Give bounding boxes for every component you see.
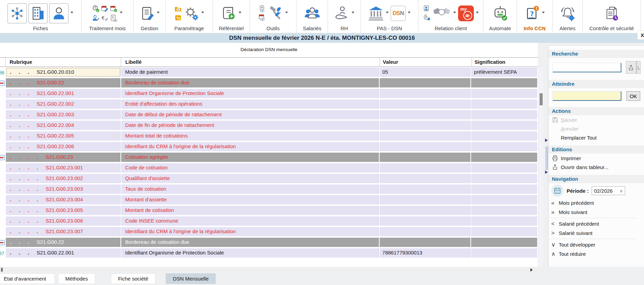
- save-button[interactable]: Sauver: [548, 115, 644, 124]
- valeur-cell[interactable]: [380, 206, 471, 215]
- signification-cell[interactable]: [471, 142, 537, 151]
- dropdown-arrow-icon[interactable]: [120, 12, 123, 15]
- libelle-cell[interactable]: Taux de cotisation: [121, 185, 379, 194]
- libelle-cell[interactable]: Montant total de cotisations: [121, 131, 379, 141]
- table-row[interactable]: ....S21.G00.23.005Montant de cotisation: [0, 205, 538, 216]
- rubrique-cell[interactable]: ...S21.G00.22.002: [6, 99, 121, 109]
- table-row[interactable]: 87...S21.G00.22.001Identifiant Organisme…: [0, 248, 538, 258]
- expand-all-button[interactable]: ∨ Tout développer: [548, 240, 644, 249]
- previous-employee-button[interactable]: < Salarié précédent: [548, 219, 644, 228]
- rubrique-cell[interactable]: ....S21.G00.23.003: [6, 185, 121, 194]
- open-in-spreadsheet-button[interactable]: Ouvrir dans tableur...: [548, 163, 644, 171]
- libelle-cell[interactable]: Montant de cotisation: [121, 206, 379, 215]
- valeur-cell[interactable]: 05: [380, 68, 471, 77]
- rubrique-cell[interactable]: ....S21.G00.23: [6, 153, 121, 162]
- libelle-cell[interactable]: Date de fin de période de rattachement: [121, 121, 379, 130]
- table-row[interactable]: ....S21.G00.23.002Qualifiant d'assiette: [0, 173, 538, 184]
- dropdown-arrow-icon[interactable]: [453, 12, 456, 15]
- signification-cell[interactable]: [471, 89, 537, 98]
- table-row[interactable]: ....S21.G00.23Cotisation agrégée: [0, 152, 538, 163]
- rubrique-cell[interactable]: ...S21.G00.22: [6, 78, 121, 87]
- libelle-cell[interactable]: Code de cotisation: [121, 163, 379, 173]
- rubrique-cell[interactable]: ...S21.G00.22.004: [6, 121, 121, 130]
- table-row[interactable]: ...S21.G00.22Bordereau de cotisation due: [0, 78, 538, 88]
- collapse-minus-button[interactable]: [0, 240, 5, 245]
- dropdown-arrow-icon[interactable]: [201, 12, 204, 15]
- goto-input[interactable]: [553, 91, 621, 101]
- dropdown-arrow-icon[interactable]: [239, 12, 241, 15]
- vertical-scrollbar-thumb[interactable]: [540, 93, 543, 105]
- rubrique-cell[interactable]: ....S21.G00.23.002: [6, 174, 121, 183]
- valeur-cell[interactable]: [380, 153, 471, 162]
- libelle-cell[interactable]: Montant d'assiette: [121, 195, 379, 204]
- rubrique-cell[interactable]: ...S21.G00.22.001: [6, 248, 121, 258]
- dropdown-arrow-icon[interactable]: [386, 12, 389, 15]
- rubrique-cell[interactable]: ....S21.G00.23.006: [6, 216, 121, 226]
- valeur-cell[interactable]: [380, 163, 471, 173]
- previous-month-button[interactable]: « Mois précédent: [548, 198, 644, 207]
- scroll-right-arrow-icon[interactable]: [530, 268, 534, 272]
- tab-etat-avancement[interactable]: Etat d'avancement: [0, 273, 55, 284]
- tab-fiche-societe[interactable]: Fiche société: [111, 273, 155, 284]
- process-refresh-icon[interactable]: P: [423, 14, 430, 21]
- contact-card-icon[interactable]: [423, 5, 430, 13]
- people-group-icon[interactable]: [304, 5, 320, 21]
- table-row[interactable]: ....S21.G00.23.003Taux de cotisation: [0, 184, 538, 194]
- valeur-cell[interactable]: [380, 99, 471, 109]
- rubrique-cell[interactable]: ....S21.G00.23.005: [6, 206, 121, 215]
- gears-icon[interactable]: [184, 5, 199, 21]
- libelle-cell[interactable]: Identifiant Organisme de Protection Soci…: [121, 89, 379, 98]
- column-header-libelle[interactable]: Libellé: [121, 58, 380, 67]
- valeur-cell[interactable]: [380, 195, 471, 204]
- dropdown-arrow-icon[interactable]: [71, 12, 73, 15]
- person-care-icon[interactable]: [334, 5, 350, 21]
- signification-cell[interactable]: [471, 78, 537, 87]
- reference-book-add-icon[interactable]: [221, 5, 237, 21]
- panel-splitter-grip[interactable]: [546, 147, 548, 169]
- valeur-cell[interactable]: [380, 238, 471, 247]
- column-header-signification[interactable]: Signification: [472, 58, 538, 67]
- signification-cell[interactable]: prélèvement SEPA: [471, 68, 537, 77]
- folder-view-icon[interactable]: [174, 5, 182, 13]
- handshake-icon[interactable]: [432, 7, 451, 20]
- company-button[interactable]: [28, 3, 48, 23]
- libelle-cell[interactable]: Entité d'affectation des opérations: [121, 99, 379, 109]
- employee-card-button[interactable]: [49, 3, 68, 23]
- libelle-cell[interactable]: Cotisation agrégée: [121, 153, 379, 162]
- bell-gear-icon[interactable]: [560, 5, 576, 21]
- table-row[interactable]: ...S21.G00.22.004Date de fin de période …: [0, 120, 538, 131]
- rubrique-cell[interactable]: ...S21.G00.22: [6, 238, 121, 247]
- valeur-cell[interactable]: [380, 78, 471, 87]
- table-row[interactable]: ...S21.G00.22.005Montant total de cotisa…: [0, 131, 538, 141]
- documents-clock-icon[interactable]: [604, 5, 620, 21]
- collapse-all-button[interactable]: ∧ Tout réduire: [548, 249, 644, 259]
- signification-cell[interactable]: [471, 206, 537, 215]
- rubrique-cell[interactable]: ....S21.G00.23.007: [6, 227, 121, 236]
- valeur-cell[interactable]: [380, 131, 471, 141]
- signification-cell[interactable]: [471, 131, 537, 141]
- folder-percent-icon[interactable]: %: [174, 14, 182, 21]
- signification-cell[interactable]: [471, 163, 537, 173]
- valeur-cell[interactable]: [380, 174, 471, 183]
- table-row[interactable]: ....S21.G00.23.006Code INSEE commune: [0, 216, 538, 226]
- search-input[interactable]: [553, 63, 621, 72]
- next-month-button[interactable]: » Mois suivant: [548, 207, 644, 217]
- next-employee-button[interactable]: > Salarié suivant: [548, 228, 644, 238]
- rubrique-cell[interactable]: ...S21.G00.22.001: [6, 89, 121, 98]
- rubrique-cell[interactable]: ...S21.G00.22.005: [6, 131, 121, 141]
- dropdown-arrow-icon[interactable]: [408, 12, 411, 15]
- signification-cell[interactable]: [471, 248, 537, 258]
- dropdown-arrow-icon[interactable]: [352, 12, 354, 15]
- table-row[interactable]: ....S21.G00.23.004Montant d'assiette: [0, 194, 538, 205]
- signification-cell[interactable]: [471, 121, 537, 130]
- valeur-cell[interactable]: [380, 216, 471, 226]
- molecule-network-button[interactable]: [8, 3, 27, 23]
- table-row[interactable]: ...S21.G00.22.002Entité d'affectation de…: [0, 99, 538, 109]
- valeur-cell[interactable]: [380, 185, 471, 194]
- horizontal-scrollbar[interactable]: [0, 267, 538, 272]
- signification-cell[interactable]: [471, 238, 537, 247]
- info-book-icon[interactable]: ?!: [524, 5, 540, 21]
- libelle-cell[interactable]: Bordereau de cotisation due: [121, 78, 379, 87]
- valeur-cell[interactable]: [380, 142, 471, 151]
- table-row[interactable]: ....S21.G00.23.007Identifiant du CRM à l…: [0, 226, 538, 237]
